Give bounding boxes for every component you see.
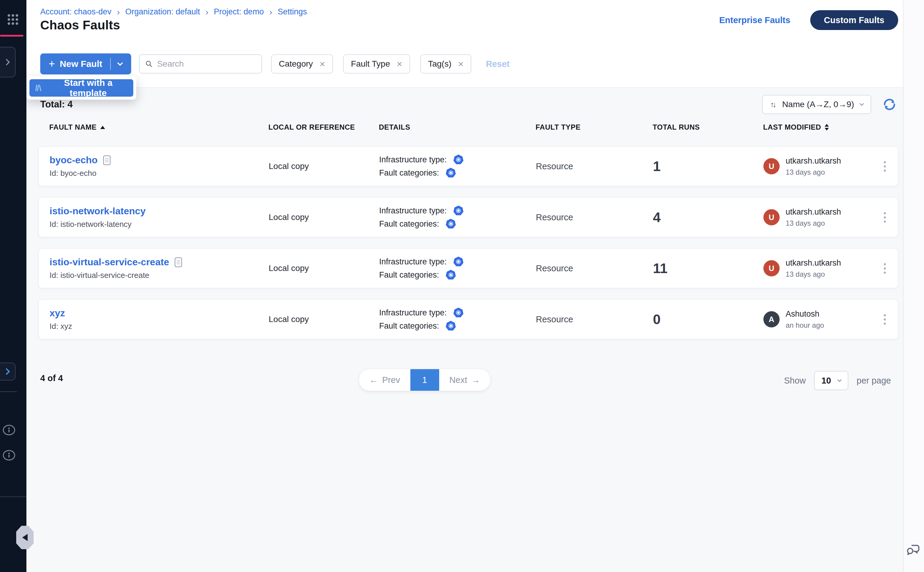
search-icon	[145, 59, 153, 68]
fault-categories-label: Fault categories:	[379, 270, 439, 280]
fault-name-cell: xyz Id: xyz	[50, 308, 269, 331]
kubernetes-icon	[453, 256, 464, 267]
chat-support-icon[interactable]	[906, 542, 921, 558]
column-header-fault-name[interactable]: FAULT NAME	[49, 123, 268, 131]
breadcrumb-project-link[interactable]: Project: demo	[214, 7, 264, 17]
info-icon[interactable]	[2, 424, 16, 436]
search-input[interactable]	[157, 59, 256, 69]
page-number-button[interactable]: 1	[411, 369, 439, 391]
column-header-details: DETAILS	[379, 123, 535, 131]
enterprise-faults-link[interactable]: Enterprise Faults	[719, 15, 790, 25]
active-module-accent-bar	[0, 35, 23, 37]
kubernetes-icon	[453, 155, 464, 165]
document-icon[interactable]	[103, 155, 111, 165]
prev-page-button[interactable]: ← Prev	[359, 369, 411, 391]
avatar: U	[764, 209, 779, 225]
total-runs-cell: 4	[653, 209, 764, 225]
fault-name-link[interactable]: istio-virtual-service-create	[50, 256, 169, 268]
new-fault-dropdown-menu: Start with a template	[26, 76, 136, 99]
new-fault-dropdown-toggle[interactable]	[112, 63, 128, 65]
button-divider	[110, 58, 111, 70]
toolbar-divider	[26, 87, 903, 88]
local-or-reference-cell: Local copy	[269, 264, 379, 273]
breadcrumb: Account: chaos-dev › Organization: defau…	[40, 7, 307, 17]
infrastructure-type-label: Infrastructure type:	[379, 155, 447, 165]
details-cell: Infrastructure type: Fault categories:	[379, 256, 536, 280]
row-actions-menu-icon[interactable]	[881, 261, 888, 276]
modified-when: 13 days ago	[786, 219, 841, 227]
breadcrumb-settings-link[interactable]: Settings	[278, 7, 307, 17]
main-content: Account: chaos-dev › Organization: defau…	[26, 0, 903, 572]
modified-by: utkarsh.utkarsh	[786, 207, 841, 217]
last-modified-cell: U utkarsh.utkarsh 13 days ago	[764, 156, 871, 176]
last-modified-cell: A Ashutosh an hour ago	[764, 309, 871, 330]
menu-item-label: Start with a template	[48, 78, 129, 98]
kubernetes-icon	[446, 321, 456, 331]
sort-updown-icon: ↑↓	[770, 100, 775, 109]
document-icon[interactable]	[174, 257, 182, 267]
remove-filter-icon[interactable]: ×	[458, 59, 464, 69]
sort-label: Name (A→Z, 0→9)	[782, 99, 854, 109]
sidebar-expand-button-secondary[interactable]	[0, 362, 16, 381]
breadcrumb-organization-link[interactable]: Organization: default	[125, 7, 200, 17]
fault-type-cell: Resource	[536, 264, 653, 274]
breadcrumb-account-link[interactable]: Account: chaos-dev	[40, 7, 111, 17]
fault-name-link[interactable]: istio-network-latency	[50, 205, 146, 217]
fault-name-link[interactable]: xyz	[50, 308, 65, 319]
show-label: Show	[784, 376, 806, 385]
kubernetes-icon	[453, 205, 464, 216]
fault-type-cell: Resource	[536, 314, 653, 325]
row-actions-menu-icon[interactable]	[881, 312, 888, 327]
sort-dropdown[interactable]: ↑↓ Name (A→Z, 0→9)	[762, 95, 871, 114]
fault-id: Id: xyz	[50, 322, 269, 331]
fault-id: Id: istio-virtual-service-create	[50, 271, 269, 280]
details-cell: Infrastructure type: Fault categories:	[379, 155, 536, 178]
sidebar-collapse-handle[interactable]	[16, 526, 34, 549]
chevron-down-icon	[859, 101, 864, 106]
next-page-button[interactable]: Next →	[439, 369, 490, 391]
reset-filters-link[interactable]: Reset	[486, 59, 509, 69]
app-grid-menu-icon[interactable]	[6, 12, 20, 26]
help-info-icon[interactable]	[2, 449, 16, 461]
remove-filter-icon[interactable]: ×	[319, 59, 325, 69]
modified-by: Ashutosh	[786, 309, 824, 319]
chip-label: Tag(s)	[428, 59, 451, 69]
row-actions-menu-icon[interactable]	[881, 159, 888, 174]
kubernetes-icon	[446, 168, 456, 178]
column-label: DETAILS	[379, 123, 410, 131]
new-fault-button[interactable]: + New Fault Start with a template	[40, 53, 131, 75]
table-row: xyz Id: xyz Local copy Infrastructure ty…	[39, 300, 898, 339]
chip-label: Category	[279, 59, 313, 69]
page-size-area: Show 10 per page	[784, 371, 891, 390]
column-header-last-modified[interactable]: LAST MODIFIED	[763, 123, 871, 131]
avatar: U	[764, 260, 779, 277]
row-actions-menu-icon[interactable]	[881, 210, 888, 225]
sidebar-divider	[0, 496, 26, 497]
filter-chip-category[interactable]: Category ×	[271, 54, 333, 73]
sidebar-expand-button[interactable]	[0, 47, 16, 78]
fault-name-cell: byoc-echo Id: byoc-echo	[50, 155, 269, 178]
page-title: Chaos Faults	[40, 18, 120, 33]
fault-name-link[interactable]: byoc-echo	[50, 155, 98, 166]
table-row: byoc-echo Id: byoc-echo Local copy Infra…	[39, 146, 898, 186]
local-or-reference-cell: Local copy	[269, 162, 379, 171]
breadcrumb-separator: ›	[205, 8, 208, 17]
custom-faults-button[interactable]: Custom Faults	[810, 10, 898, 30]
new-fault-label: New Fault	[60, 59, 103, 69]
breadcrumb-separator: ›	[269, 8, 272, 17]
fault-name-cell: istio-virtual-service-create Id: istio-v…	[50, 256, 269, 280]
next-label: Next	[450, 375, 467, 385]
start-with-template-menu-item[interactable]: Start with a template	[30, 79, 133, 96]
filter-chip-fault-type[interactable]: Fault Type ×	[343, 54, 410, 73]
column-label: FAULT NAME	[49, 123, 96, 131]
column-label: FAULT TYPE	[535, 123, 580, 131]
left-nav-sidebar	[0, 0, 26, 572]
fault-categories-label: Fault categories:	[379, 322, 439, 331]
column-header-total-runs: TOTAL RUNS	[653, 123, 763, 131]
filter-chip-tags[interactable]: Tag(s) ×	[420, 54, 471, 73]
refresh-button[interactable]	[883, 98, 896, 111]
remove-filter-icon[interactable]: ×	[397, 59, 402, 69]
page-size-select[interactable]: 10	[814, 371, 848, 390]
arrow-left-icon: ←	[369, 375, 378, 385]
fault-type-cell: Resource	[536, 162, 653, 171]
